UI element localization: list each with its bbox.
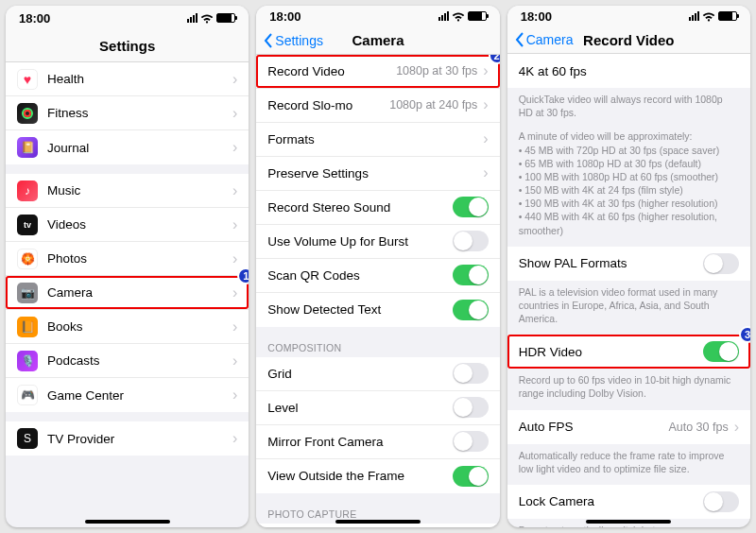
chevron-right-icon: ›	[483, 131, 488, 146]
toggle-outside-frame[interactable]	[453, 466, 489, 487]
row-lock-camera[interactable]: Lock Camera	[507, 485, 750, 519]
signal-icon	[438, 11, 449, 21]
annotation-badge-3: 3	[739, 326, 750, 343]
gamecenter-icon: 🎮	[17, 385, 38, 405]
row-music[interactable]: ♪ Music ›	[6, 174, 249, 208]
battery-icon	[468, 11, 487, 21]
toggle-lock-camera[interactable]	[703, 491, 739, 512]
row-label: View Outside the Frame	[267, 469, 452, 483]
music-icon: ♪	[17, 181, 38, 201]
toggle-scan-qr[interactable]	[453, 265, 489, 285]
row-mirror-front[interactable]: Mirror Front Camera	[256, 425, 499, 459]
row-label: Show PAL Formats	[519, 256, 703, 270]
row-fitness[interactable]: Fitness ›	[6, 96, 249, 130]
toggle-detected-text[interactable]	[453, 300, 489, 320]
status-bar: 18:00	[507, 6, 750, 26]
row-label: Record Video	[267, 64, 396, 78]
home-indicator[interactable]	[586, 520, 671, 524]
row-camera[interactable]: 📷 Camera › 1	[6, 276, 249, 310]
row-books[interactable]: 📙 Books ›	[6, 310, 249, 344]
row-label: Record Stereo Sound	[267, 200, 452, 215]
status-indicators	[438, 11, 487, 22]
row-autofps[interactable]: Auto FPS Auto 30 fps ›	[507, 410, 750, 444]
navbar: Settings	[6, 30, 249, 62]
row-label: TV Provider	[47, 432, 232, 446]
row-label: Journal	[47, 141, 232, 155]
home-indicator[interactable]	[335, 520, 421, 524]
status-time: 18:00	[521, 9, 552, 24]
battery-icon	[216, 13, 235, 23]
screen-settings: 18:00 Settings ♥ Health › Fitness › 📔 Jo…	[6, 6, 249, 527]
row-gamecenter[interactable]: 🎮 Game Center ›	[6, 378, 249, 412]
content[interactable]: ♥ Health › Fitness › 📔 Journal › ♪ Music…	[6, 62, 249, 527]
row-label: Game Center	[47, 388, 232, 403]
row-formats[interactable]: Formats ›	[256, 123, 499, 157]
toggle-grid[interactable]	[453, 363, 489, 384]
row-4k-60[interactable]: 4K at 60 fps	[507, 54, 750, 88]
row-label: Scan QR Codes	[267, 268, 452, 283]
approx-list: 45 MB with 720p HD at 30 fps (space save…	[519, 144, 739, 237]
toggle-stereo-sound[interactable]	[453, 197, 489, 217]
approx-item: 190 MB with 4K at 30 fps (higher resolut…	[519, 197, 739, 210]
health-icon: ♥	[17, 69, 38, 90]
books-icon: 📙	[17, 317, 38, 337]
row-detail: 1080p at 240 fps	[389, 98, 477, 112]
row-videos[interactable]: tv Videos ›	[6, 208, 249, 242]
home-indicator[interactable]	[85, 520, 170, 524]
back-label: Camera	[526, 32, 574, 47]
row-label: Lock Camera	[519, 494, 703, 508]
row-photos[interactable]: 🏵️ Photos ›	[6, 242, 249, 276]
row-label: Formats	[267, 132, 483, 146]
row-record-video[interactable]: Record Video 1080p at 30 fps › 2	[256, 55, 499, 89]
row-pal-formats[interactable]: Show PAL Formats	[507, 247, 750, 281]
row-grid[interactable]: Grid	[256, 357, 499, 391]
row-record-slomo[interactable]: Record Slo-mo 1080p at 240 fps ›	[256, 89, 499, 123]
row-label: Use Volume Up for Burst	[267, 234, 452, 249]
footer-hdr: Record up to 60 fps video in 10-bit high…	[507, 369, 750, 400]
row-detail: Auto 30 fps	[668, 421, 728, 434]
chevron-right-icon: ›	[232, 387, 237, 403]
row-scan-qr[interactable]: Scan QR Codes	[256, 259, 499, 293]
row-level[interactable]: Level	[256, 391, 499, 425]
toggle-pal[interactable]	[703, 253, 739, 274]
row-outside-frame[interactable]: View Outside the Frame	[256, 459, 499, 493]
status-bar: 18:00	[256, 6, 499, 26]
chevron-right-icon: ›	[483, 97, 488, 112]
row-health[interactable]: ♥ Health ›	[6, 62, 249, 96]
back-label: Settings	[275, 33, 323, 48]
row-journal[interactable]: 📔 Journal ›	[6, 130, 249, 164]
content[interactable]: Record Video 1080p at 30 fps › 2 Record …	[256, 55, 499, 527]
chevron-right-icon: ›	[232, 353, 237, 369]
row-volume-burst[interactable]: Use Volume Up for Burst	[256, 225, 499, 259]
row-stereo-sound[interactable]: Record Stereo Sound	[256, 191, 499, 225]
row-podcasts[interactable]: 🎙️ Podcasts ›	[6, 344, 249, 378]
row-hdr-video[interactable]: HDR Video 3	[507, 335, 750, 369]
row-label: HDR Video	[519, 345, 703, 359]
row-detected-text[interactable]: Show Detected Text	[256, 293, 499, 327]
approx-item: 65 MB with 1080p HD at 30 fps (default)	[519, 157, 739, 170]
svg-point-1	[25, 111, 30, 116]
row-label: Level	[267, 401, 452, 415]
annotation-badge-2: 2	[489, 55, 500, 64]
row-label: Videos	[47, 217, 232, 232]
chevron-right-icon: ›	[232, 431, 237, 446]
page-title: Record Video	[583, 32, 674, 48]
toggle-level[interactable]	[453, 397, 489, 418]
row-label: Preserve Settings	[267, 166, 483, 181]
row-photographic-styles[interactable]: Photographic Styles ›	[256, 524, 499, 527]
row-label: Health	[47, 72, 232, 86]
back-button[interactable]: Camera	[515, 26, 574, 53]
toggle-hdr[interactable]	[703, 341, 739, 362]
toggle-volume-burst[interactable]	[453, 231, 489, 251]
back-button[interactable]: Settings	[264, 26, 323, 53]
row-label: Record Slo-mo	[267, 98, 389, 112]
toggle-mirror-front[interactable]	[453, 431, 489, 452]
signal-icon	[689, 11, 699, 21]
status-indicators	[187, 13, 235, 24]
row-tvprovider[interactable]: S TV Provider ›	[6, 421, 249, 456]
approx-item: 150 MB with 4K at 24 fps (film style)	[519, 183, 739, 197]
chevron-right-icon: ›	[232, 251, 237, 266]
chevron-left-icon	[264, 33, 273, 48]
row-preserve-settings[interactable]: Preserve Settings ›	[256, 157, 499, 191]
content[interactable]: 4K at 60 fps QuickTake video will always…	[507, 54, 750, 527]
